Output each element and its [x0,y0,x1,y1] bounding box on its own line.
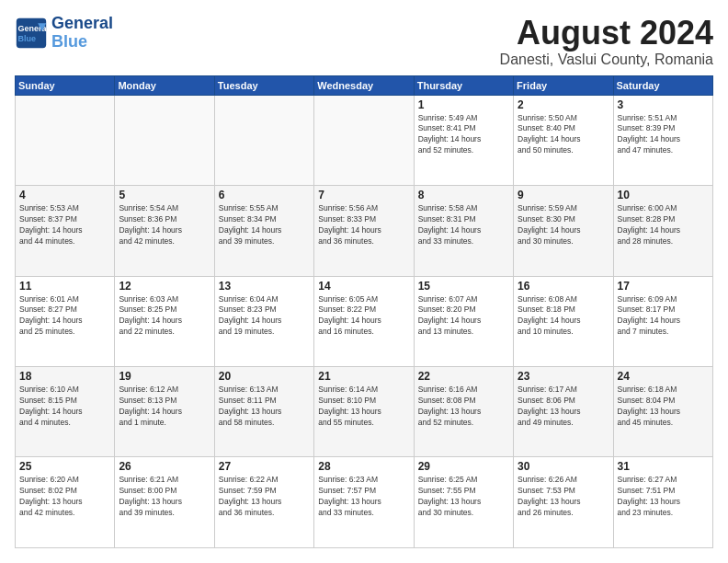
day-num-13: 13 [219,280,310,293]
day-info-17: Sunrise: 6:09 AM Sunset: 8:17 PM Dayligh… [618,294,709,339]
week-row-3: 18Sunrise: 6:10 AM Sunset: 8:15 PM Dayli… [16,367,713,457]
day-info-31: Sunrise: 6:27 AM Sunset: 7:51 PM Dayligh… [618,475,709,519]
logo: General Blue General Blue [15,15,113,52]
day-info-22: Sunrise: 6:16 AM Sunset: 8:08 PM Dayligh… [418,385,509,429]
cell-2-4: 15Sunrise: 6:07 AM Sunset: 8:20 PM Dayli… [414,276,513,366]
day-num-28: 28 [318,460,409,473]
month-title: August 2024 [500,15,713,52]
th-monday: Monday [115,75,214,95]
day-info-7: Sunrise: 5:56 AM Sunset: 8:33 PM Dayligh… [318,203,409,247]
calendar-table: Sunday Monday Tuesday Wednesday Thursday… [15,75,713,548]
day-info-3: Sunrise: 5:51 AM Sunset: 8:39 PM Dayligh… [618,113,709,157]
th-saturday: Saturday [613,75,712,95]
day-num-20: 20 [219,370,310,383]
day-info-23: Sunrise: 6:17 AM Sunset: 8:06 PM Dayligh… [518,385,609,429]
day-info-24: Sunrise: 6:18 AM Sunset: 8:04 PM Dayligh… [618,385,709,429]
th-wednesday: Wednesday [314,75,414,95]
day-info-18: Sunrise: 6:10 AM Sunset: 8:15 PM Dayligh… [19,385,110,429]
day-num-8: 8 [418,189,509,201]
cell-4-2: 27Sunrise: 6:22 AM Sunset: 7:59 PM Dayli… [214,457,313,548]
cell-1-1: 5Sunrise: 5:54 AM Sunset: 8:36 PM Daylig… [115,186,214,276]
day-info-1: Sunrise: 5:49 AM Sunset: 8:41 PM Dayligh… [418,113,509,157]
day-info-20: Sunrise: 6:13 AM Sunset: 8:11 PM Dayligh… [219,385,310,429]
day-num-17: 17 [618,280,709,293]
location-subtitle: Danesti, Vaslui County, Romania [500,52,713,68]
day-info-25: Sunrise: 6:20 AM Sunset: 8:02 PM Dayligh… [19,475,110,519]
cell-0-0 [16,95,115,185]
cell-3-2: 20Sunrise: 6:13 AM Sunset: 8:11 PM Dayli… [214,367,313,457]
day-info-14: Sunrise: 6:05 AM Sunset: 8:22 PM Dayligh… [318,294,409,339]
day-num-23: 23 [518,370,609,383]
cell-3-1: 19Sunrise: 6:12 AM Sunset: 8:13 PM Dayli… [115,367,214,457]
th-friday: Friday [514,75,613,95]
cell-1-3: 7Sunrise: 5:56 AM Sunset: 8:33 PM Daylig… [314,186,414,276]
day-num-14: 14 [318,280,409,293]
cell-0-1 [115,95,214,185]
day-num-10: 10 [618,189,709,201]
cell-4-4: 29Sunrise: 6:25 AM Sunset: 7:55 PM Dayli… [414,457,513,548]
day-num-18: 18 [19,370,110,383]
title-block: August 2024 Danesti, Vaslui County, Roma… [500,15,713,68]
day-info-13: Sunrise: 6:04 AM Sunset: 8:23 PM Dayligh… [219,294,310,339]
day-info-11: Sunrise: 6:01 AM Sunset: 8:27 PM Dayligh… [19,294,110,339]
day-num-5: 5 [119,189,210,201]
day-info-10: Sunrise: 6:00 AM Sunset: 8:28 PM Dayligh… [618,203,709,247]
day-info-12: Sunrise: 6:03 AM Sunset: 8:25 PM Dayligh… [119,294,210,339]
day-num-22: 22 [418,370,509,383]
day-info-27: Sunrise: 6:22 AM Sunset: 7:59 PM Dayligh… [219,475,310,519]
week-row-1: 4Sunrise: 5:53 AM Sunset: 8:37 PM Daylig… [16,186,713,276]
day-num-31: 31 [618,460,709,473]
cell-3-5: 23Sunrise: 6:17 AM Sunset: 8:06 PM Dayli… [514,367,613,457]
day-num-9: 9 [518,189,609,201]
day-info-9: Sunrise: 5:59 AM Sunset: 8:30 PM Dayligh… [518,203,609,247]
cell-2-6: 17Sunrise: 6:09 AM Sunset: 8:17 PM Dayli… [613,276,712,366]
cell-2-2: 13Sunrise: 6:04 AM Sunset: 8:23 PM Dayli… [214,276,313,366]
svg-text:Blue: Blue [18,34,37,43]
day-info-4: Sunrise: 5:53 AM Sunset: 8:37 PM Dayligh… [19,203,110,247]
day-num-16: 16 [518,280,609,293]
cell-4-6: 31Sunrise: 6:27 AM Sunset: 7:51 PM Dayli… [613,457,712,548]
cell-2-5: 16Sunrise: 6:08 AM Sunset: 8:18 PM Dayli… [514,276,613,366]
cell-1-5: 9Sunrise: 5:59 AM Sunset: 8:30 PM Daylig… [514,186,613,276]
day-info-21: Sunrise: 6:14 AM Sunset: 8:10 PM Dayligh… [318,385,409,429]
day-info-30: Sunrise: 6:26 AM Sunset: 7:53 PM Dayligh… [518,475,609,519]
day-num-2: 2 [518,98,609,111]
th-sunday: Sunday [16,75,115,95]
day-info-6: Sunrise: 5:55 AM Sunset: 8:34 PM Dayligh… [219,203,310,247]
cell-2-3: 14Sunrise: 6:05 AM Sunset: 8:22 PM Dayli… [314,276,414,366]
cell-0-2 [214,95,313,185]
cell-4-5: 30Sunrise: 6:26 AM Sunset: 7:53 PM Dayli… [514,457,613,548]
cell-4-1: 26Sunrise: 6:21 AM Sunset: 8:00 PM Dayli… [115,457,214,548]
cell-0-5: 2Sunrise: 5:50 AM Sunset: 8:40 PM Daylig… [514,95,613,185]
week-row-0: 1Sunrise: 5:49 AM Sunset: 8:41 PM Daylig… [16,95,713,185]
day-num-6: 6 [219,189,310,201]
cell-3-0: 18Sunrise: 6:10 AM Sunset: 8:15 PM Dayli… [16,367,115,457]
day-info-28: Sunrise: 6:23 AM Sunset: 7:57 PM Dayligh… [318,475,409,519]
logo-text-general: General [51,15,113,33]
cell-1-0: 4Sunrise: 5:53 AM Sunset: 8:37 PM Daylig… [16,186,115,276]
day-info-2: Sunrise: 5:50 AM Sunset: 8:40 PM Dayligh… [518,113,609,157]
cell-3-4: 22Sunrise: 6:16 AM Sunset: 8:08 PM Dayli… [414,367,513,457]
cell-1-4: 8Sunrise: 5:58 AM Sunset: 8:31 PM Daylig… [414,186,513,276]
day-info-19: Sunrise: 6:12 AM Sunset: 8:13 PM Dayligh… [119,385,210,429]
day-num-24: 24 [618,370,709,383]
calendar-header-row: Sunday Monday Tuesday Wednesday Thursday… [16,75,713,95]
day-num-7: 7 [318,189,409,201]
th-tuesday: Tuesday [214,75,313,95]
day-num-29: 29 [418,460,509,473]
week-row-4: 25Sunrise: 6:20 AM Sunset: 8:02 PM Dayli… [16,457,713,548]
logo-text-blue: Blue [51,33,113,52]
cell-4-0: 25Sunrise: 6:20 AM Sunset: 8:02 PM Dayli… [16,457,115,548]
day-num-4: 4 [19,189,110,201]
day-info-16: Sunrise: 6:08 AM Sunset: 8:18 PM Dayligh… [518,294,609,339]
day-num-1: 1 [418,98,509,111]
page: General Blue General Blue August 2024 Da… [0,0,728,563]
cell-0-6: 3Sunrise: 5:51 AM Sunset: 8:39 PM Daylig… [613,95,712,185]
cell-2-1: 12Sunrise: 6:03 AM Sunset: 8:25 PM Dayli… [115,276,214,366]
cell-1-6: 10Sunrise: 6:00 AM Sunset: 8:28 PM Dayli… [613,186,712,276]
day-num-12: 12 [119,280,210,293]
day-num-11: 11 [19,280,110,293]
day-num-26: 26 [119,460,210,473]
day-num-21: 21 [318,370,409,383]
cell-2-0: 11Sunrise: 6:01 AM Sunset: 8:27 PM Dayli… [16,276,115,366]
